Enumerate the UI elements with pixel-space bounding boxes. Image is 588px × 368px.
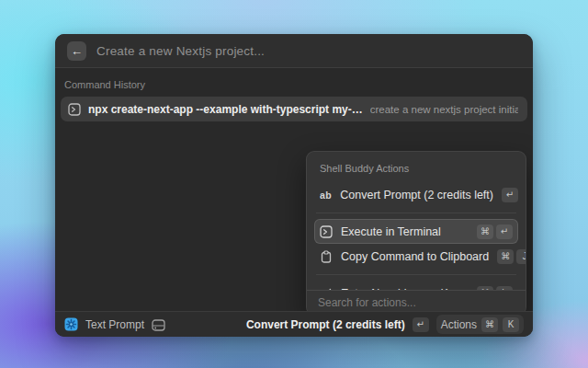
- return-key-badge: ↵: [413, 317, 429, 332]
- action-execute-in-terminal[interactable]: Execute in Terminal ⌘ ↵: [314, 219, 518, 244]
- action-label: Convert Prompt (2 credits left): [340, 189, 493, 201]
- mode-label: Text Prompt: [85, 318, 144, 331]
- actions-search-input[interactable]: [318, 296, 514, 309]
- actions-menu-button[interactable]: Actions ⌘ K: [436, 315, 524, 334]
- terminal-icon: [320, 225, 333, 238]
- ab-icon: ab: [320, 190, 332, 201]
- window-header: ← Create a new Nextjs project...: [55, 34, 533, 68]
- action-label: Execute in Terminal: [341, 225, 441, 238]
- command-description: create a new nextjs project initialized …: [370, 104, 518, 115]
- back-button[interactable]: ←: [67, 41, 86, 61]
- command-history-row[interactable]: npx create-next-app --example with-types…: [61, 97, 527, 121]
- k-key-badge: K: [503, 317, 519, 332]
- actions-menu-label: Actions: [441, 318, 477, 331]
- command-key-badge: ⌘: [481, 317, 498, 332]
- clipboard-icon: [320, 250, 333, 263]
- actions-panel-title: Shell Buddy Actions: [320, 163, 513, 174]
- command-key-badge: ⌘: [477, 224, 493, 239]
- j-key-badge: J: [516, 249, 526, 264]
- action-enter-license-key[interactable]: Enter New License Key ⌘ L: [314, 281, 518, 290]
- internal-drive-icon: [152, 318, 164, 331]
- action-convert-prompt[interactable]: ab Convert Prompt (2 credits left) ↵: [314, 182, 518, 207]
- query-input[interactable]: Create a new Nextjs project...: [96, 44, 265, 58]
- window-footer: Text Prompt Convert Prompt (2 credits le…: [55, 311, 533, 337]
- command-history-label: Command History: [64, 79, 524, 90]
- command-key-badge: ⌘: [497, 249, 514, 264]
- return-key-badge: ↵: [496, 224, 513, 239]
- action-label: Copy Command to Clipboard: [341, 250, 489, 263]
- shell-buddy-window: ← Create a new Nextjs project... Command…: [55, 34, 533, 337]
- desktop-background: ← Create a new Nextjs project... Command…: [0, 0, 588, 368]
- shell-buddy-app-icon: [64, 317, 78, 331]
- actions-list: Shell Buddy Actions ab Convert Prompt (2…: [307, 152, 526, 290]
- footer-primary-action[interactable]: Convert Prompt (2 credits left): [246, 318, 405, 331]
- command-text: npx create-next-app --example with-types…: [88, 103, 363, 116]
- divider: [316, 213, 516, 213]
- window-content: Command History npx create-next-app --ex…: [55, 79, 533, 322]
- terminal-icon: [68, 103, 81, 116]
- return-key-badge: ↵: [502, 188, 518, 202]
- actions-panel: Shell Buddy Actions ab Convert Prompt (2…: [306, 151, 526, 316]
- divider: [316, 274, 516, 275]
- action-copy-command[interactable]: Copy Command to Clipboard ⌘ J: [314, 244, 518, 269]
